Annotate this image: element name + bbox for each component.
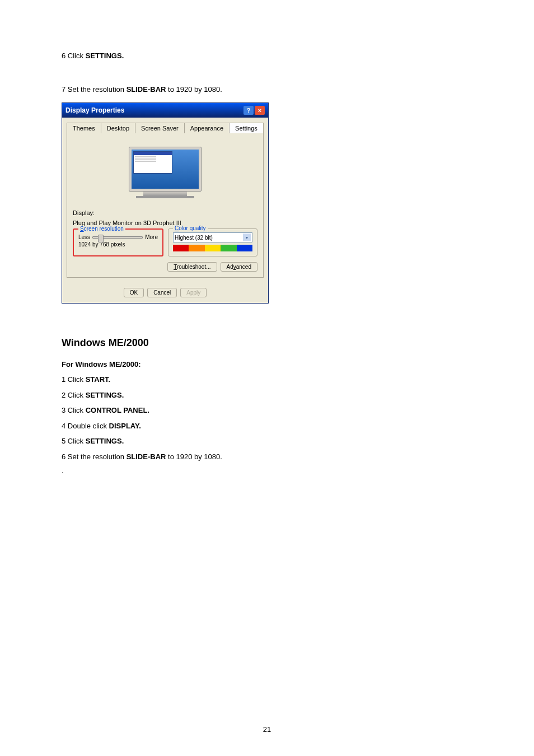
color-quality-select[interactable]: Highest (32 bit) ▾ (173, 232, 252, 242)
tab-settings[interactable]: Settings (229, 123, 264, 133)
tabs-row: Themes Desktop Screen Saver Appearance S… (67, 122, 264, 133)
me-step-2: 2 Click SETTINGS. (62, 390, 472, 401)
windows-me-2000-heading: Windows ME/2000 (62, 337, 472, 349)
step-6: 6 Click SETTINGS. (62, 50, 472, 62)
tab-panel-settings: Display: Plug and Play Monitor on 3D Pro… (67, 133, 264, 278)
less-label: Less (78, 234, 90, 240)
resolution-legend: Screen resolution (78, 226, 125, 232)
display-properties-dialog: Display Properties ? × Themes Desktop Sc… (62, 102, 269, 304)
chevron-down-icon: ▾ (243, 234, 251, 241)
resolution-value: 1024 by 768 pixels (78, 241, 158, 248)
troubleshoot-button[interactable]: Troubleshoot... (167, 262, 217, 272)
step-7-prefix: 7 Set the resolution (62, 85, 127, 94)
dialog-titlebar: Display Properties ? × (62, 103, 268, 118)
close-button[interactable]: × (255, 106, 265, 115)
more-label: More (145, 234, 158, 240)
step-7-bold: SLIDE-BAR (127, 85, 166, 94)
step-7: 7 Set the resolution SLIDE-BAR to 1920 b… (62, 84, 472, 95)
display-properties-screenshot: Display Properties ? × Themes Desktop Sc… (62, 102, 472, 304)
color-quality-bar (173, 245, 252, 251)
monitor-preview (73, 139, 257, 206)
ok-button[interactable]: OK (124, 288, 144, 297)
step-6-bold: SETTINGS. (86, 52, 124, 60)
quality-value: Highest (32 bit) (175, 235, 213, 241)
help-button[interactable]: ? (243, 106, 254, 115)
step-7-suffix: to 1920 by 1080. (166, 85, 222, 94)
me-step-4: 4 Double click DISPLAY. (62, 421, 472, 432)
apply-button[interactable]: Apply (180, 288, 207, 297)
cancel-button[interactable]: Cancel (147, 288, 177, 297)
me-step-6: 6 Set the resolution SLIDE-BAR to 1920 b… (62, 451, 472, 463)
step-6-prefix: 6 Click (62, 52, 86, 60)
screen-resolution-fieldset: Screen resolution Less More 1024 by 768 … (73, 228, 163, 256)
advanced-button[interactable]: Advanced (221, 262, 257, 272)
tab-desktop[interactable]: Desktop (101, 123, 135, 133)
resolution-slider[interactable] (92, 236, 143, 239)
window-buttons: ? × (243, 106, 265, 115)
me-step-1: 1 Click START. (62, 374, 472, 385)
for-windows-me-2000: For Windows ME/2000: (62, 360, 472, 368)
tab-themes[interactable]: Themes (67, 123, 101, 133)
tab-screensaver[interactable]: Screen Saver (135, 123, 185, 133)
slider-thumb[interactable] (98, 235, 104, 242)
quality-legend: Color quality (173, 225, 208, 231)
me-step-5: 5 Click SETTINGS. (62, 436, 472, 447)
dialog-title: Display Properties (65, 106, 124, 114)
tab-appearance[interactable]: Appearance (184, 123, 229, 133)
page-number: 21 (0, 725, 534, 734)
trailing-dot: . (62, 466, 472, 475)
display-label: Display: (73, 209, 257, 216)
color-quality-fieldset: Color quality Highest (32 bit) ▾ (168, 228, 257, 256)
me-step-3: 3 Click CONTROL PANEL. (62, 405, 472, 416)
